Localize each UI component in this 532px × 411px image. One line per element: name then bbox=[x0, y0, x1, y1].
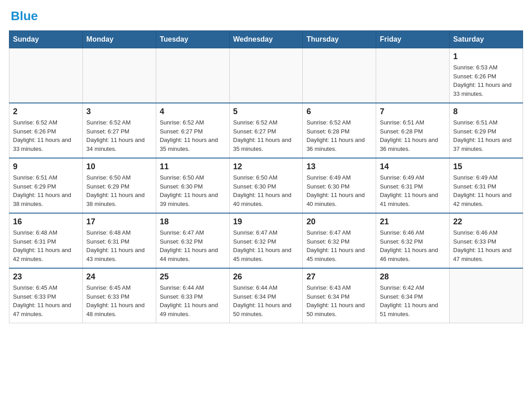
day-number: 4 bbox=[160, 107, 226, 116]
calendar-table: SundayMondayTuesdayWednesdayThursdayFrid… bbox=[9, 30, 523, 323]
day-info: Sunrise: 6:45 AM Sunset: 6:33 PM Dayligh… bbox=[86, 283, 152, 318]
calendar-cell: 12Sunrise: 6:50 AM Sunset: 6:30 PM Dayli… bbox=[229, 158, 303, 213]
day-number: 5 bbox=[233, 107, 299, 116]
day-of-week-header: Monday bbox=[82, 31, 156, 48]
calendar-cell bbox=[376, 48, 450, 103]
calendar-week-row: 16Sunrise: 6:48 AM Sunset: 6:31 PM Dayli… bbox=[9, 213, 523, 268]
day-info: Sunrise: 6:47 AM Sunset: 6:32 PM Dayligh… bbox=[233, 228, 299, 263]
calendar-cell: 10Sunrise: 6:50 AM Sunset: 6:29 PM Dayli… bbox=[82, 158, 156, 213]
calendar-cell: 26Sunrise: 6:44 AM Sunset: 6:34 PM Dayli… bbox=[229, 268, 303, 323]
day-number: 6 bbox=[306, 107, 372, 116]
calendar-cell bbox=[82, 48, 156, 103]
calendar-cell: 7Sunrise: 6:51 AM Sunset: 6:28 PM Daylig… bbox=[376, 103, 450, 158]
day-info: Sunrise: 6:52 AM Sunset: 6:27 PM Dayligh… bbox=[86, 118, 152, 153]
calendar-cell: 25Sunrise: 6:44 AM Sunset: 6:33 PM Dayli… bbox=[156, 268, 229, 323]
calendar-cell: 4Sunrise: 6:52 AM Sunset: 6:27 PM Daylig… bbox=[156, 103, 229, 158]
day-of-week-header: Saturday bbox=[450, 31, 523, 48]
day-info: Sunrise: 6:51 AM Sunset: 6:29 PM Dayligh… bbox=[13, 173, 79, 208]
day-info: Sunrise: 6:43 AM Sunset: 6:34 PM Dayligh… bbox=[306, 283, 372, 318]
day-number: 8 bbox=[453, 107, 519, 116]
calendar-cell: 16Sunrise: 6:48 AM Sunset: 6:31 PM Dayli… bbox=[9, 213, 83, 268]
calendar-week-row: 9Sunrise: 6:51 AM Sunset: 6:29 PM Daylig… bbox=[9, 158, 523, 213]
calendar-week-row: 1Sunrise: 6:53 AM Sunset: 6:26 PM Daylig… bbox=[9, 48, 523, 103]
day-info: Sunrise: 6:48 AM Sunset: 6:31 PM Dayligh… bbox=[13, 228, 79, 263]
day-of-week-header: Tuesday bbox=[156, 31, 229, 48]
day-info: Sunrise: 6:47 AM Sunset: 6:32 PM Dayligh… bbox=[160, 228, 226, 263]
calendar-week-row: 2Sunrise: 6:52 AM Sunset: 6:26 PM Daylig… bbox=[9, 103, 523, 158]
day-info: Sunrise: 6:52 AM Sunset: 6:27 PM Dayligh… bbox=[233, 118, 299, 153]
day-info: Sunrise: 6:42 AM Sunset: 6:34 PM Dayligh… bbox=[380, 283, 446, 318]
day-info: Sunrise: 6:46 AM Sunset: 6:33 PM Dayligh… bbox=[453, 228, 519, 263]
calendar-cell: 3Sunrise: 6:52 AM Sunset: 6:27 PM Daylig… bbox=[82, 103, 156, 158]
day-number: 7 bbox=[380, 107, 446, 116]
calendar-cell: 13Sunrise: 6:49 AM Sunset: 6:30 PM Dayli… bbox=[303, 158, 376, 213]
calendar-cell: 11Sunrise: 6:50 AM Sunset: 6:30 PM Dayli… bbox=[156, 158, 229, 213]
calendar-week-row: 23Sunrise: 6:45 AM Sunset: 6:33 PM Dayli… bbox=[9, 268, 523, 323]
calendar-cell bbox=[303, 48, 376, 103]
calendar-header-row: SundayMondayTuesdayWednesdayThursdayFrid… bbox=[9, 31, 523, 48]
calendar-cell: 15Sunrise: 6:49 AM Sunset: 6:31 PM Dayli… bbox=[450, 158, 523, 213]
day-number: 28 bbox=[380, 272, 446, 282]
day-number: 24 bbox=[86, 272, 152, 282]
day-of-week-header: Friday bbox=[376, 31, 450, 48]
day-info: Sunrise: 6:50 AM Sunset: 6:30 PM Dayligh… bbox=[160, 173, 226, 208]
day-info: Sunrise: 6:46 AM Sunset: 6:32 PM Dayligh… bbox=[380, 228, 446, 263]
calendar-cell: 8Sunrise: 6:51 AM Sunset: 6:29 PM Daylig… bbox=[450, 103, 523, 158]
day-info: Sunrise: 6:51 AM Sunset: 6:29 PM Dayligh… bbox=[453, 118, 519, 153]
logo: Blue bbox=[9, 9, 38, 23]
day-number: 2 bbox=[13, 107, 79, 116]
calendar-cell bbox=[450, 268, 523, 323]
calendar-cell: 21Sunrise: 6:46 AM Sunset: 6:32 PM Dayli… bbox=[376, 213, 450, 268]
logo-blue-text: Blue bbox=[11, 9, 38, 23]
day-number: 19 bbox=[233, 217, 299, 227]
calendar-cell: 9Sunrise: 6:51 AM Sunset: 6:29 PM Daylig… bbox=[9, 158, 83, 213]
calendar-cell: 24Sunrise: 6:45 AM Sunset: 6:33 PM Dayli… bbox=[82, 268, 156, 323]
day-number: 15 bbox=[453, 162, 519, 171]
day-number: 25 bbox=[160, 272, 226, 282]
day-number: 16 bbox=[13, 217, 79, 227]
day-number: 18 bbox=[160, 217, 226, 227]
calendar-cell: 5Sunrise: 6:52 AM Sunset: 6:27 PM Daylig… bbox=[229, 103, 303, 158]
day-info: Sunrise: 6:49 AM Sunset: 6:30 PM Dayligh… bbox=[306, 173, 372, 208]
day-number: 13 bbox=[306, 162, 372, 171]
day-info: Sunrise: 6:49 AM Sunset: 6:31 PM Dayligh… bbox=[453, 173, 519, 208]
day-number: 23 bbox=[13, 272, 79, 282]
page-header: Blue bbox=[9, 9, 523, 23]
day-info: Sunrise: 6:47 AM Sunset: 6:32 PM Dayligh… bbox=[306, 228, 372, 263]
day-number: 20 bbox=[306, 217, 372, 227]
day-number: 14 bbox=[380, 162, 446, 171]
day-number: 9 bbox=[13, 162, 79, 171]
day-number: 27 bbox=[306, 272, 372, 282]
calendar-cell: 2Sunrise: 6:52 AM Sunset: 6:26 PM Daylig… bbox=[9, 103, 83, 158]
day-of-week-header: Thursday bbox=[303, 31, 376, 48]
calendar-cell bbox=[229, 48, 303, 103]
day-info: Sunrise: 6:44 AM Sunset: 6:33 PM Dayligh… bbox=[160, 283, 226, 318]
day-info: Sunrise: 6:52 AM Sunset: 6:26 PM Dayligh… bbox=[13, 118, 79, 153]
day-number: 21 bbox=[380, 217, 446, 227]
day-info: Sunrise: 6:48 AM Sunset: 6:31 PM Dayligh… bbox=[86, 228, 152, 263]
day-info: Sunrise: 6:49 AM Sunset: 6:31 PM Dayligh… bbox=[380, 173, 446, 208]
day-number: 1 bbox=[453, 52, 519, 61]
day-info: Sunrise: 6:52 AM Sunset: 6:27 PM Dayligh… bbox=[160, 118, 226, 153]
day-number: 10 bbox=[86, 162, 152, 171]
day-info: Sunrise: 6:45 AM Sunset: 6:33 PM Dayligh… bbox=[13, 283, 79, 318]
calendar-cell: 20Sunrise: 6:47 AM Sunset: 6:32 PM Dayli… bbox=[303, 213, 376, 268]
calendar-cell bbox=[156, 48, 229, 103]
day-number: 3 bbox=[86, 107, 152, 116]
day-of-week-header: Wednesday bbox=[229, 31, 303, 48]
day-info: Sunrise: 6:50 AM Sunset: 6:30 PM Dayligh… bbox=[233, 173, 299, 208]
day-number: 12 bbox=[233, 162, 299, 171]
day-number: 22 bbox=[453, 217, 519, 227]
day-info: Sunrise: 6:44 AM Sunset: 6:34 PM Dayligh… bbox=[233, 283, 299, 318]
calendar-cell: 17Sunrise: 6:48 AM Sunset: 6:31 PM Dayli… bbox=[82, 213, 156, 268]
calendar-cell: 28Sunrise: 6:42 AM Sunset: 6:34 PM Dayli… bbox=[376, 268, 450, 323]
calendar-cell: 22Sunrise: 6:46 AM Sunset: 6:33 PM Dayli… bbox=[450, 213, 523, 268]
calendar-cell: 19Sunrise: 6:47 AM Sunset: 6:32 PM Dayli… bbox=[229, 213, 303, 268]
calendar-cell: 23Sunrise: 6:45 AM Sunset: 6:33 PM Dayli… bbox=[9, 268, 83, 323]
calendar-cell: 1Sunrise: 6:53 AM Sunset: 6:26 PM Daylig… bbox=[450, 48, 523, 103]
calendar-cell: 6Sunrise: 6:52 AM Sunset: 6:28 PM Daylig… bbox=[303, 103, 376, 158]
day-info: Sunrise: 6:51 AM Sunset: 6:28 PM Dayligh… bbox=[380, 118, 446, 153]
day-info: Sunrise: 6:52 AM Sunset: 6:28 PM Dayligh… bbox=[306, 118, 372, 153]
day-info: Sunrise: 6:53 AM Sunset: 6:26 PM Dayligh… bbox=[453, 63, 519, 98]
day-number: 11 bbox=[160, 162, 226, 171]
